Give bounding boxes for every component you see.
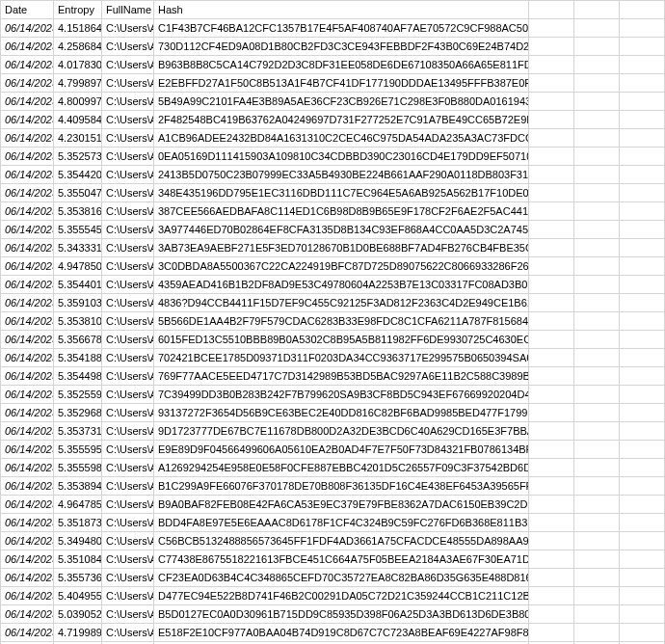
cell-hash[interactable]: E518F2E10CF977A0BAA04B74D919C8D67C7C723A…	[154, 624, 529, 642]
cell-hash[interactable]: 4836?D94CCB4411F15D7EF9C455C92125F3AD812…	[154, 294, 529, 312]
cell-fullname[interactable]: C:\Users\A	[102, 93, 154, 111]
table-row[interactable]: 06/14/20235.03905207C:\Users\AB5D0127EC0…	[1, 605, 665, 624]
cell-empty[interactable]	[529, 441, 574, 459]
cell-entropy[interactable]: 5.35559803	[54, 459, 102, 477]
cell-fullname[interactable]: C:\Users\A	[102, 129, 154, 148]
cell-date[interactable]: 06/14/2023	[1, 239, 54, 257]
cell-hash[interactable]: 5B49A99C2101FA4E3B89A5AE36CF23CB926E71C2…	[154, 93, 529, 111]
cell-empty[interactable]	[574, 148, 620, 166]
cell-empty[interactable]	[574, 56, 620, 74]
cell-entropy[interactable]: 4.0178302	[54, 56, 102, 74]
cell-date[interactable]: 06/14/2023	[1, 349, 54, 367]
table-row[interactable]: 06/14/20234.23015141C:\Users\AA1CB96ADEE…	[1, 129, 665, 148]
cell-hash[interactable]: 3C0DBDA8A5500367C22CA224919BFC87D725D890…	[154, 257, 529, 276]
cell-date[interactable]: 06/14/2023	[1, 56, 54, 74]
cell-fullname[interactable]: C:\Users\A	[102, 532, 154, 550]
cell-fullname[interactable]: C:\Users\A	[102, 569, 154, 587]
cell-entropy[interactable]: 4.80099731	[54, 93, 102, 111]
cell-fullname[interactable]: C:\Users\A	[102, 56, 154, 74]
cell-empty[interactable]	[620, 532, 665, 550]
cell-empty[interactable]	[529, 422, 574, 441]
data-grid[interactable]: Date Entropy FullName Hash 06/14/20234.1…	[0, 0, 665, 644]
cell-empty[interactable]	[620, 569, 665, 587]
cell-empty[interactable]	[620, 422, 665, 441]
cell-entropy[interactable]: 5.35554539	[54, 221, 102, 239]
cell-empty[interactable]	[620, 56, 665, 74]
cell-empty[interactable]	[574, 422, 620, 441]
cell-fullname[interactable]: C:\Users\A	[102, 550, 154, 569]
cell-fullname[interactable]: C:\Users\A	[102, 496, 154, 514]
cell-empty[interactable]	[529, 367, 574, 386]
cell-empty[interactable]	[620, 276, 665, 294]
cell-empty[interactable]	[574, 312, 620, 331]
cell-fullname[interactable]: C:\Users\A	[102, 514, 154, 532]
cell-empty[interactable]	[529, 239, 574, 257]
cell-empty[interactable]	[620, 496, 665, 514]
cell-entropy[interactable]: 5.3538161	[54, 202, 102, 221]
cell-fullname[interactable]: C:\Users\A	[102, 166, 154, 184]
cell-empty[interactable]	[620, 202, 665, 221]
cell-hash[interactable]: 2F482548BC419B63762A04249697D731F277252E…	[154, 111, 529, 129]
cell-entropy[interactable]: 5.35910332	[54, 294, 102, 312]
cell-fullname[interactable]: C:\Users\A	[102, 221, 154, 239]
cell-hash[interactable]: 5B566DE1AA4B2F79F579CDAC6283B33E98FDC8C1…	[154, 312, 529, 331]
cell-empty[interactable]	[529, 496, 574, 514]
table-row[interactable]: 06/14/20235.40495506C:\Users\AD477EC94E5…	[1, 587, 665, 605]
table-row[interactable]: 06/14/20235.3566789C:\Users\A6015FED13C5…	[1, 331, 665, 349]
cell-fullname[interactable]: C:\Users\A	[102, 184, 154, 202]
cell-entropy[interactable]: 5.3538942	[54, 477, 102, 496]
cell-hash[interactable]: 702421BCEE1785D09371D311F0203DA34CC93637…	[154, 349, 529, 367]
cell-empty[interactable]	[529, 56, 574, 74]
cell-empty[interactable]	[620, 38, 665, 56]
header-row[interactable]: Date Entropy FullName Hash	[1, 1, 665, 19]
cell-empty[interactable]	[620, 294, 665, 312]
table-row[interactable]: 06/14/20235.3538161C:\Users\A387CEE566AE…	[1, 202, 665, 221]
cell-fullname[interactable]: C:\Users\A	[102, 38, 154, 56]
cell-empty[interactable]	[529, 349, 574, 367]
cell-empty[interactable]	[620, 111, 665, 129]
cell-fullname[interactable]: C:\Users\A	[102, 276, 154, 294]
cell-entropy[interactable]: 5.35296829	[54, 404, 102, 422]
cell-empty[interactable]	[574, 202, 620, 221]
cell-hash[interactable]: C1F43B7CF46BA12CFC1357B17E4F5AF408740AF7…	[154, 19, 529, 38]
cell-hash[interactable]: 4359AEAD416B1B2DF8AD9E53C49780604A2253B7…	[154, 276, 529, 294]
cell-fullname[interactable]: C:\Users\A	[102, 331, 154, 349]
table-row[interactable]: 06/14/20235.34333131C:\Users\A3AB73EA9AE…	[1, 239, 665, 257]
cell-fullname[interactable]: C:\Users\A	[102, 605, 154, 624]
cell-empty[interactable]	[574, 386, 620, 404]
cell-entropy[interactable]: 5.35255997	[54, 386, 102, 404]
cell-empty[interactable]	[574, 404, 620, 422]
cell-entropy[interactable]: 5.35440119	[54, 276, 102, 294]
cell-empty[interactable]	[620, 19, 665, 38]
cell-empty[interactable]	[574, 93, 620, 111]
cell-date[interactable]: 06/14/2023	[1, 422, 54, 441]
cell-date[interactable]: 06/14/2023	[1, 587, 54, 605]
cell-empty[interactable]	[574, 441, 620, 459]
cell-entropy[interactable]: 5.03905207	[54, 605, 102, 624]
cell-fullname[interactable]: C:\Users\A	[102, 441, 154, 459]
cell-empty[interactable]	[529, 569, 574, 587]
cell-date[interactable]: 06/14/2023	[1, 111, 54, 129]
cell-empty[interactable]	[529, 514, 574, 532]
table-row[interactable]: 06/14/20235.35373159C:\Users\A9D1723777D…	[1, 422, 665, 441]
cell-empty[interactable]	[574, 477, 620, 496]
cell-empty[interactable]	[574, 221, 620, 239]
table-row[interactable]: 06/14/20234.25868439C:\Users\A730D112CF4…	[1, 38, 665, 56]
cell-date[interactable]: 06/14/2023	[1, 496, 54, 514]
cell-entropy[interactable]: 4.40958416	[54, 111, 102, 129]
cell-fullname[interactable]: C:\Users\A	[102, 19, 154, 38]
cell-date[interactable]: 06/14/2023	[1, 367, 54, 386]
cell-entropy[interactable]: 5.40495506	[54, 587, 102, 605]
cell-empty[interactable]	[620, 404, 665, 422]
cell-hash[interactable]: A1CB96ADEE2432BD84A1631310C2CEC46C975DA5…	[154, 129, 529, 148]
cell-empty[interactable]	[620, 166, 665, 184]
cell-hash[interactable]: E9E89D9F04566499606A05610EA2B0AD4F7E7F50…	[154, 441, 529, 459]
cell-date[interactable]: 06/14/2023	[1, 624, 54, 642]
cell-date[interactable]: 06/14/2023	[1, 477, 54, 496]
cell-hash[interactable]: 0EA05169D111415903A109810C34CDBBD390C230…	[154, 148, 529, 166]
cell-empty[interactable]	[574, 496, 620, 514]
cell-entropy[interactable]: 5.35573667	[54, 569, 102, 587]
cell-entropy[interactable]: 4.15186444	[54, 19, 102, 38]
col-header-empty[interactable]	[620, 1, 665, 19]
col-header-entropy[interactable]: Entropy	[54, 1, 102, 19]
